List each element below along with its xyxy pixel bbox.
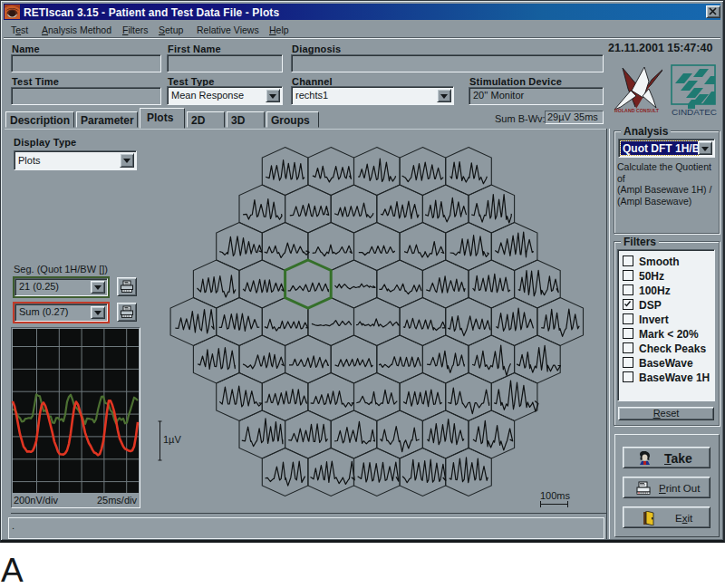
svg-text:CINDATEC: CINDATEC: [672, 108, 717, 116]
svg-text:ROLAND CONSULT: ROLAND CONSULT: [614, 108, 659, 113]
